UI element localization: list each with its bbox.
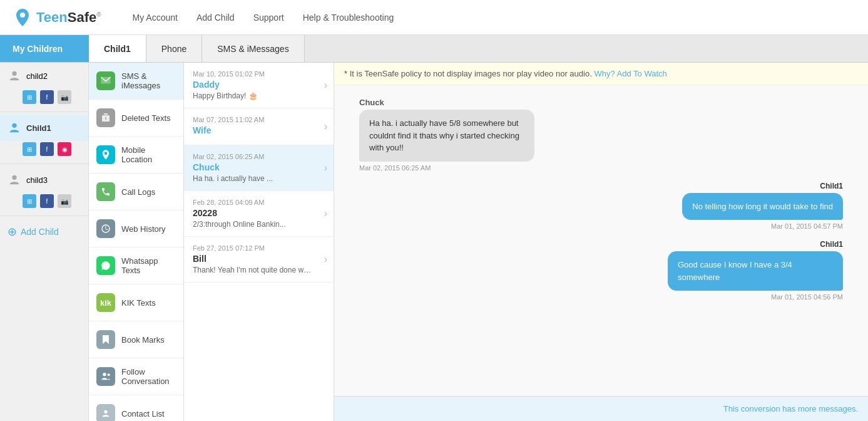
chat-messages: Chuck Ha ha. i actually have 5/8 somewhe…: [334, 85, 868, 396]
policy-why-link[interactable]: Why?: [594, 69, 615, 78]
sidebar-instagram-icon-child1[interactable]: ◉: [58, 142, 71, 156]
menu-label-kik: KIK Texts: [121, 298, 156, 308]
chevron-icon-0: ›: [324, 80, 327, 91]
calls-icon: [96, 182, 115, 201]
sidebar-username-child1: Child1: [26, 123, 51, 133]
msg-name-1: Wife: [193, 125, 325, 135]
sidebar-icons-child2: ⊞ f 📷: [0, 89, 88, 109]
logo-icon: [13, 8, 33, 28]
menu-item-kik[interactable]: kik KIK Texts: [89, 284, 183, 321]
msg-date-4: Feb 27, 2015 07:12 PM: [193, 244, 325, 252]
bubble-time-2: Mar 01, 2015 04:56 PM: [771, 293, 843, 301]
svg-point-8: [103, 373, 106, 376]
sidebar-fb-icon-child1[interactable]: f: [40, 142, 54, 156]
sender-label-1: Child1: [820, 182, 843, 190]
whatsapp-icon: [96, 256, 115, 275]
msg-date-1: Mar 07, 2015 11:02 AM: [193, 116, 325, 123]
bubble-2: Good cause I know I have a 3/4 somewhere: [668, 251, 843, 291]
svg-point-2: [12, 123, 16, 128]
msg-group-1: Child1 No telling how long it would take…: [359, 182, 843, 231]
menu-item-whatsapp[interactable]: Whatsapp Texts: [89, 247, 183, 284]
sidebar-user-child1[interactable]: Child1: [0, 115, 88, 141]
menu-item-web[interactable]: Web History: [89, 210, 183, 247]
bubble-time-0: Mar 02, 2015 06:25 AM: [359, 164, 431, 172]
menu-item-follow[interactable]: Follow Conversation: [89, 358, 183, 395]
svg-point-6: [105, 152, 108, 155]
add-child-label: Add Child: [21, 227, 59, 237]
sidebar-username-child3: child3: [26, 175, 48, 185]
menu-item-sms[interactable]: SMS & iMessages: [89, 63, 183, 100]
menu-label-deleted: Deleted Texts: [121, 113, 171, 123]
menu-label-contacts: Contact List: [121, 409, 165, 418]
bubble-1: No telling how long it would take to fin…: [682, 193, 843, 221]
nav-add-child[interactable]: Add Child: [197, 13, 235, 23]
menu-item-contacts[interactable]: Contact List: [89, 395, 183, 421]
msg-item-0[interactable]: Mar 10, 2015 01:02 PM Daddy Happy Birthd…: [184, 63, 334, 108]
top-nav: TeenSafe® My Account Add Child Support H…: [0, 0, 868, 35]
bubble-0: Ha ha. i actually have 5/8 somewhere but…: [359, 110, 534, 162]
sidebar-grid-icon-child2[interactable]: ⊞: [23, 90, 36, 104]
sidebar-camera-icon-child2[interactable]: 📷: [58, 90, 71, 104]
deleted-icon: [96, 108, 115, 127]
sidebar-fb-icon-child3[interactable]: f: [40, 194, 54, 208]
menu-item-deleted[interactable]: Deleted Texts: [89, 100, 183, 137]
msg-name-4: Bill: [193, 254, 325, 264]
main-layout: child2 ⊞ f 📷 Child1 ⊞ f ◉ child3 ⊞ f 📷: [0, 63, 868, 421]
sidebar-divider-1: [0, 112, 88, 112]
msg-name-3: 20228: [193, 208, 325, 218]
menu-label-calls: Call Logs: [121, 187, 155, 197]
sidebar-divider-3: [0, 216, 88, 216]
tab-phone[interactable]: Phone: [146, 35, 202, 62]
sidebar-user-child2[interactable]: child2: [0, 63, 88, 89]
msg-item-2[interactable]: Mar 02, 2015 06:25 AM Chuck Ha ha. i act…: [184, 145, 334, 191]
msg-item-4[interactable]: Feb 27, 2015 07:12 PM Bill Thank! Yeah I…: [184, 237, 334, 283]
sidebar-camera-icon-child3[interactable]: 📷: [58, 194, 71, 208]
sidebar-grid-icon-child3[interactable]: ⊞: [23, 194, 36, 208]
logo: TeenSafe®: [13, 8, 101, 28]
avatar-icon-child1: [8, 121, 21, 135]
add-child-plus-icon: ⊕: [8, 225, 17, 239]
msg-item-1[interactable]: Mar 07, 2015 11:02 AM Wife ›: [184, 108, 334, 145]
kik-icon: kik: [96, 293, 115, 312]
tab-my-children[interactable]: My Children: [0, 35, 89, 62]
menu-panel: SMS & iMessages Deleted Texts Mobile Loc…: [89, 63, 184, 421]
tab-child1[interactable]: Child1: [89, 35, 146, 62]
menu-item-location[interactable]: Mobile Location: [89, 137, 183, 174]
policy-bar: * It is TeenSafe policy to not display i…: [334, 63, 868, 85]
msg-name-2: Chuck: [193, 162, 325, 172]
sidebar-icons-child3: ⊞ f 📷: [0, 193, 88, 213]
web-icon: [96, 219, 115, 238]
sender-label-2: Child1: [820, 240, 843, 249]
tab-bar: My Children Child1 Phone SMS & iMessages: [0, 35, 868, 63]
sidebar-user-child3[interactable]: child3: [0, 167, 88, 193]
menu-label-bookmarks: Book Marks: [121, 335, 165, 345]
policy-text: * It is TeenSafe policy to not display i…: [344, 69, 592, 78]
menu-label-follow: Follow Conversation: [121, 367, 176, 386]
follow-icon: [96, 367, 115, 386]
nav-help[interactable]: Help & Troubleshooting: [303, 13, 394, 23]
sender-label-0: Chuck: [359, 98, 384, 107]
add-to-watch-link[interactable]: Add To Watch: [617, 69, 667, 78]
sidebar-fb-icon-child2[interactable]: f: [40, 90, 54, 104]
msg-item-3[interactable]: Feb 28, 2015 04:09 AM 20228 2/3:through …: [184, 191, 334, 237]
nav-support[interactable]: Support: [253, 13, 284, 23]
menu-item-calls[interactable]: Call Logs: [89, 174, 183, 210]
msg-group-2: Child1 Good cause I know I have a 3/4 so…: [359, 240, 843, 301]
sms-icon: [96, 71, 115, 90]
avatar-icon-child3: [8, 173, 21, 187]
nav-my-account[interactable]: My Account: [133, 13, 178, 23]
sidebar-grid-icon-child1[interactable]: ⊞: [23, 142, 36, 156]
sidebar-username-child2: child2: [26, 71, 48, 81]
menu-label-whatsapp: Whatsapp Texts: [121, 256, 176, 275]
msg-preview-0: Happy Birthday! 🎂: [193, 91, 312, 100]
chevron-icon-2: ›: [324, 162, 327, 174]
menu-item-bookmarks[interactable]: Book Marks: [89, 321, 183, 358]
svg-point-10: [104, 410, 107, 413]
tab-sms[interactable]: SMS & iMessages: [202, 35, 304, 62]
menu-label-sms: SMS & iMessages: [121, 71, 176, 90]
add-child-button[interactable]: ⊕ Add Child: [0, 219, 88, 245]
msg-group-0: Chuck Ha ha. i actually have 5/8 somewhe…: [359, 98, 843, 172]
chevron-icon-1: ›: [324, 121, 327, 132]
contacts-icon: [96, 404, 115, 421]
chat-footer: This conversion has more messages.: [334, 396, 868, 421]
